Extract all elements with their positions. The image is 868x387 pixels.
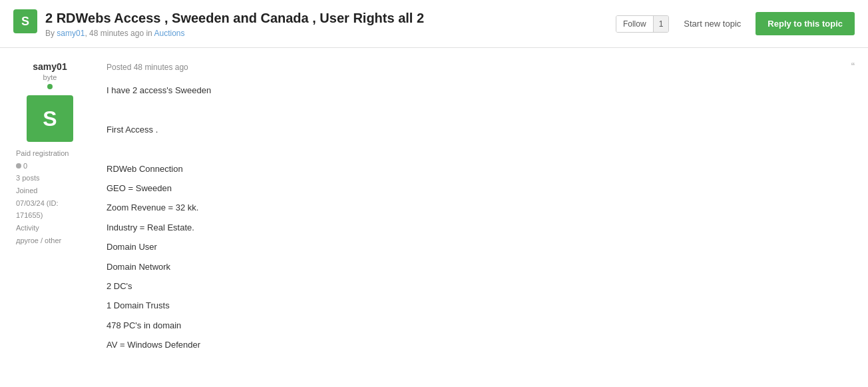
post-body-line <box>107 356 855 372</box>
follow-count: 1 <box>653 16 669 32</box>
post-body-line: RDWeb Connection <box>107 161 855 177</box>
post-body-line <box>107 141 855 157</box>
user-avatar: S <box>27 95 73 142</box>
activity-value: другое / other <box>16 234 87 247</box>
main-content: samy01 byte S Paid registration 0 3 post… <box>0 48 868 387</box>
post-body-line: 478 PC's in domain <box>107 318 855 333</box>
post-body-line: Domain User <box>107 239 855 254</box>
rep-row: 0 <box>16 160 87 173</box>
paid-registration-label: Paid registration <box>16 147 87 160</box>
quote-icon[interactable]: “ <box>851 61 855 73</box>
page-title: 2 RDWebs Access , Sweeden and Canada , U… <box>45 9 424 27</box>
posted-time: Posted 48 minutes ago <box>107 63 188 72</box>
author-link[interactable]: samy01 <box>57 29 85 38</box>
post-body-line: AV = Windows Defender <box>107 337 855 352</box>
start-new-topic-button[interactable]: Start new topic <box>676 13 749 34</box>
post-body-line: 2 DC's <box>107 278 855 294</box>
joined-date: 07/03/24 (ID: 171655) <box>16 197 87 222</box>
user-rank: byte <box>13 73 87 81</box>
activity-label: Activity <box>16 222 87 234</box>
rank-dot <box>47 84 53 89</box>
title-text-area: 2 RDWebs Access , Sweeden and Canada , U… <box>45 9 424 38</box>
page-header: S 2 RDWebs Access , Sweeden and Canada ,… <box>0 0 868 48</box>
posts-label: 3 posts <box>16 172 87 185</box>
post-body: I have 2 access's Sweeden First Access .… <box>107 83 855 387</box>
post-container: samy01 byte S Paid registration 0 3 post… <box>0 48 868 387</box>
post-username[interactable]: samy01 <box>13 61 87 72</box>
reply-to-topic-button[interactable]: Reply to this topic <box>756 12 855 35</box>
post-body-line: Zoom Revenue = 32 kk. <box>107 200 855 215</box>
time-ago: 48 minutes ago <box>89 29 144 38</box>
post-body-line <box>107 376 855 387</box>
title-area: S 2 RDWebs Access , Sweeden and Canada ,… <box>13 9 424 38</box>
post-sidebar: samy01 byte S Paid registration 0 3 post… <box>13 61 100 387</box>
rep-dot <box>16 163 21 169</box>
post-body-line: 1 Domain Trusts <box>107 298 855 313</box>
post-body-line: Industry = Real Estate. <box>107 220 855 235</box>
post-body-line: First Access . <box>107 122 855 137</box>
follow-button[interactable]: Follow <box>616 16 653 32</box>
post-body-line <box>107 102 855 117</box>
rep-value: 0 <box>23 162 27 170</box>
category-label: in <box>146 29 154 38</box>
joined-label: Joined <box>16 185 87 197</box>
post-meta-line: By samy01, 48 minutes ago in Auctions <box>45 29 424 38</box>
header-avatar: S <box>13 9 37 33</box>
post-meta: Posted 48 minutes ago “ <box>107 61 855 73</box>
post-body-line: I have 2 access's Sweeden <box>107 83 855 98</box>
category-link[interactable]: Auctions <box>154 29 184 38</box>
post-body-line: Domain Network <box>107 259 855 274</box>
user-meta: Paid registration 0 3 posts Joined 07/03… <box>13 147 87 247</box>
follow-button-group: Follow 1 <box>616 15 669 33</box>
post-content: Posted 48 minutes ago “ I have 2 access'… <box>100 61 855 387</box>
header-actions: Follow 1 Start new topic Reply to this t… <box>616 12 855 35</box>
post-body-line: GEO = Sweeden <box>107 181 855 196</box>
